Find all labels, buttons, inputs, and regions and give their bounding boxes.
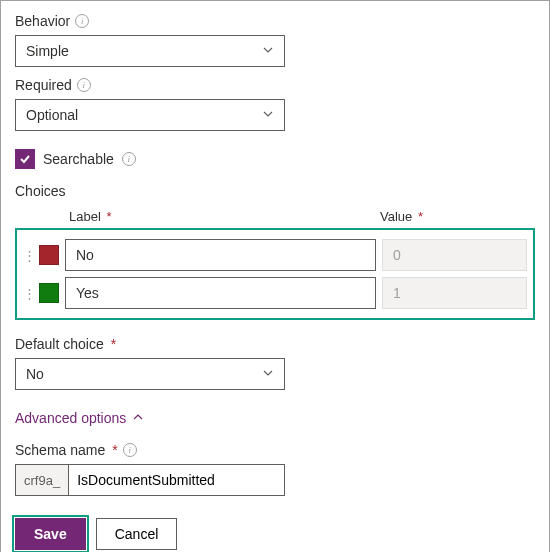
default-choice-field: Default choice * No bbox=[15, 336, 535, 390]
schema-name-input[interactable] bbox=[68, 464, 285, 496]
required-asterisk: * bbox=[103, 209, 112, 224]
required-select[interactable]: Optional bbox=[15, 99, 285, 131]
advanced-options-label: Advanced options bbox=[15, 410, 126, 426]
info-icon[interactable]: i bbox=[75, 14, 89, 28]
choices-value-header: Value bbox=[380, 209, 412, 224]
choices-title: Choices bbox=[15, 183, 535, 199]
chevron-down-icon bbox=[262, 366, 274, 382]
required-asterisk: * bbox=[111, 336, 116, 352]
searchable-field: Searchable i bbox=[15, 149, 535, 169]
drag-handle-icon[interactable]: ⋮⋮ bbox=[23, 287, 33, 300]
choice-row: ⋮⋮ bbox=[23, 274, 527, 312]
behavior-value: Simple bbox=[26, 43, 69, 59]
default-choice-label: Default choice * bbox=[15, 336, 535, 352]
required-label: Required i bbox=[15, 77, 535, 93]
button-row: Save Cancel bbox=[15, 518, 535, 550]
default-choice-value: No bbox=[26, 366, 44, 382]
required-value: Optional bbox=[26, 107, 78, 123]
advanced-options-toggle[interactable]: Advanced options bbox=[15, 410, 535, 426]
form-panel: Behavior i Simple Required i Optional Se… bbox=[0, 0, 550, 552]
cancel-button[interactable]: Cancel bbox=[96, 518, 178, 550]
choice-value-input bbox=[382, 277, 527, 309]
behavior-field: Behavior i Simple bbox=[15, 13, 535, 67]
choice-label-input[interactable] bbox=[65, 277, 376, 309]
schema-prefix: crf9a_ bbox=[15, 464, 68, 496]
drag-handle-icon[interactable]: ⋮⋮ bbox=[23, 249, 33, 262]
schema-name-label: Schema name * i bbox=[15, 442, 535, 458]
required-field: Required i Optional bbox=[15, 77, 535, 131]
choice-value-input bbox=[382, 239, 527, 271]
chevron-up-icon bbox=[132, 410, 144, 426]
searchable-label-text: Searchable bbox=[43, 151, 114, 167]
schema-name-input-group: crf9a_ bbox=[15, 464, 285, 496]
behavior-label: Behavior i bbox=[15, 13, 535, 29]
color-swatch[interactable] bbox=[39, 283, 59, 303]
choices-header: Label * Value * bbox=[15, 209, 535, 224]
schema-name-label-text: Schema name bbox=[15, 442, 105, 458]
info-icon[interactable]: i bbox=[123, 443, 137, 457]
choice-label-input[interactable] bbox=[65, 239, 376, 271]
searchable-checkbox[interactable] bbox=[15, 149, 35, 169]
chevron-down-icon bbox=[262, 43, 274, 59]
choices-box: ⋮⋮ ⋮⋮ bbox=[15, 228, 535, 320]
choices-section: Choices Label * Value * ⋮⋮ ⋮⋮ bbox=[15, 183, 535, 320]
choice-row: ⋮⋮ bbox=[23, 236, 527, 274]
info-icon[interactable]: i bbox=[77, 78, 91, 92]
save-button[interactable]: Save bbox=[15, 518, 86, 550]
required-asterisk: * bbox=[414, 209, 423, 224]
info-icon[interactable]: i bbox=[122, 152, 136, 166]
chevron-down-icon bbox=[262, 107, 274, 123]
color-swatch[interactable] bbox=[39, 245, 59, 265]
behavior-select[interactable]: Simple bbox=[15, 35, 285, 67]
schema-name-field: Schema name * i crf9a_ bbox=[15, 442, 535, 496]
default-choice-select[interactable]: No bbox=[15, 358, 285, 390]
required-asterisk: * bbox=[112, 442, 117, 458]
behavior-label-text: Behavior bbox=[15, 13, 70, 29]
required-label-text: Required bbox=[15, 77, 72, 93]
default-choice-label-text: Default choice bbox=[15, 336, 104, 352]
choices-label-header: Label bbox=[69, 209, 101, 224]
